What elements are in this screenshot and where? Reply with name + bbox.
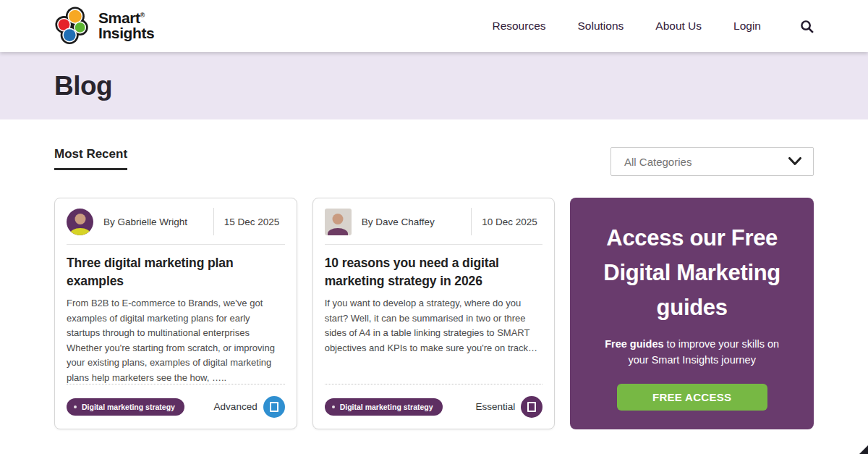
post-meta-row: By Gabrielle Wright 15 Dec 2025 [55, 198, 297, 244]
meta-divider [471, 208, 472, 235]
author-avatar [325, 209, 352, 235]
post-date: 15 Dec 2025 [224, 217, 285, 227]
free-guides-promo-card[interactable]: Access our Free Digital Marketing guides… [570, 198, 814, 429]
tag-dot-icon [74, 405, 77, 408]
post-level: Advanced [214, 396, 285, 418]
post-title[interactable]: 10 reasons you need a digital marketing … [313, 245, 555, 290]
brand-wordmark: Smart® Insights [98, 11, 154, 41]
post-title[interactable]: Three digital marketing plan examples [55, 245, 297, 290]
post-footer: Digital marketing strategy Essential [325, 384, 543, 429]
promo-subtitle: Free guides to improve your skills on yo… [589, 337, 795, 369]
page-title: Blog [54, 71, 112, 101]
category-filter-value: All Categories [624, 156, 692, 168]
post-tag[interactable]: Digital marketing strategy [325, 398, 443, 416]
blog-post-card[interactable]: By Dave Chaffey 10 Dec 2025 10 reasons y… [312, 198, 556, 429]
smart-insights-logo-icon [54, 7, 92, 46]
page-banner: Blog [0, 52, 868, 119]
nav-item-about-us[interactable]: About Us [655, 20, 702, 33]
meta-divider [213, 208, 214, 235]
main-nav: Resources Solutions About Us Login [492, 20, 814, 33]
search-icon[interactable] [800, 20, 814, 33]
nav-item-resources[interactable]: Resources [492, 20, 545, 33]
blog-post-grid: By Gabrielle Wright 15 Dec 2025 Three di… [54, 198, 814, 429]
post-date: 10 Dec 2025 [482, 217, 542, 227]
nav-item-login[interactable]: Login [733, 20, 761, 33]
post-excerpt: From B2B to E-commerce to Brands, we've … [55, 290, 297, 385]
post-excerpt: If you want to develop a strategy, where… [313, 290, 555, 356]
guide-book-icon [521, 396, 542, 418]
tab-most-recent[interactable]: Most Recent [54, 147, 127, 170]
post-level-label: Advanced [214, 401, 258, 412]
blog-post-card[interactable]: By Gabrielle Wright 15 Dec 2025 Three di… [54, 198, 297, 429]
author-avatar [67, 209, 93, 235]
post-meta-row: By Dave Chaffey 10 Dec 2025 [313, 198, 555, 244]
blog-toolbar: Most Recent All Categories [54, 119, 814, 176]
guide-book-icon [263, 396, 285, 418]
promo-title: Access our Free Digital Marketing guides [589, 221, 795, 325]
post-tag[interactable]: Digital marketing strategy [67, 398, 184, 416]
category-filter-dropdown[interactable]: All Categories [610, 147, 814, 176]
post-author[interactable]: By Dave Chaffey [362, 217, 461, 227]
site-header: Smart® Insights Resources Solutions Abou… [0, 0, 868, 52]
brand-logo[interactable]: Smart® Insights [54, 7, 154, 46]
post-level-label: Essential [476, 401, 516, 412]
post-level: Essential [476, 396, 543, 418]
tag-dot-icon [332, 405, 335, 408]
chevron-down-icon [788, 157, 801, 166]
nav-item-solutions[interactable]: Solutions [578, 20, 624, 33]
post-author[interactable]: By Gabrielle Wright [103, 217, 203, 227]
post-footer: Digital marketing strategy Advanced [67, 384, 285, 429]
free-access-button[interactable]: FREE ACCESS [617, 384, 767, 411]
registered-mark: ® [140, 12, 145, 19]
corner-widget-icon[interactable] [859, 445, 868, 454]
